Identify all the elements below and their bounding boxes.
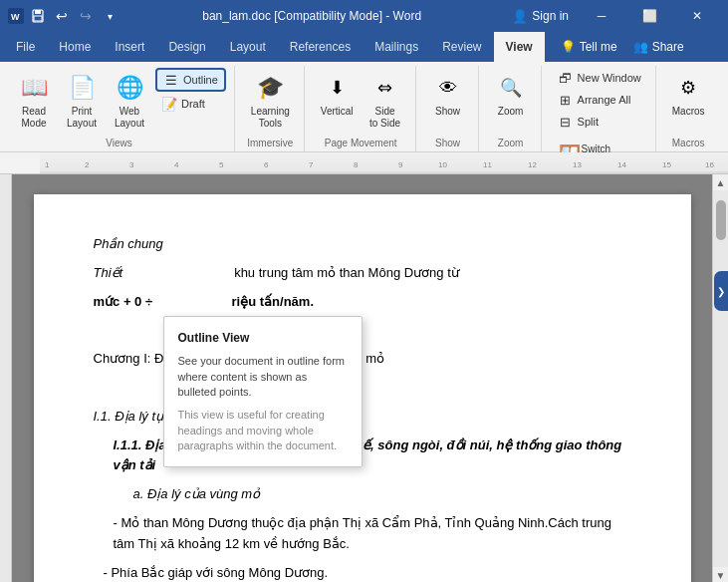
new-window-icon: 🗗 xyxy=(558,70,574,86)
vertical-icon: ⬇ xyxy=(321,72,353,104)
undo-button[interactable]: ↩ xyxy=(52,6,72,26)
outline-popup-desc2: This view is useful for creating heading… xyxy=(178,408,348,453)
macros-button[interactable]: ⚙ Macros xyxy=(666,68,711,122)
outline-popup-desc: See your document in outline form where … xyxy=(178,354,348,400)
show-button[interactable]: 👁 Show xyxy=(426,68,470,122)
svg-text:10: 10 xyxy=(438,160,447,169)
share-button[interactable]: 👥 Share xyxy=(625,32,692,62)
page-movement-group: ⬇ Vertical ⇔ Sideto Side Page Movement xyxy=(307,66,416,151)
show-icon: 👁 xyxy=(432,72,464,104)
tab-view[interactable]: View xyxy=(494,32,545,62)
quick-access-more-button[interactable]: ▾ xyxy=(100,6,120,26)
svg-text:9: 9 xyxy=(398,160,403,169)
sign-in-button[interactable]: 👤 Sign in xyxy=(504,5,577,28)
split-icon: ⊟ xyxy=(558,114,574,130)
svg-text:5: 5 xyxy=(219,160,224,169)
scrollbar[interactable]: ▲ ▼ ❯ xyxy=(712,174,728,582)
zoom-group: 🔍 Zoom Zoom xyxy=(481,66,542,151)
outline-draft-group: ☰ Outline 📝 Draft xyxy=(155,68,226,114)
tab-layout[interactable]: Layout xyxy=(218,32,278,62)
outline-popup-title: Outline View xyxy=(178,329,348,348)
window-group: 🗗 New Window ⊞ Arrange All ⊟ Split xyxy=(544,66,656,151)
title-bar-right-controls: 👤 Sign in ─ ⬜ ✕ xyxy=(504,0,720,32)
show-buttons: 👁 Show xyxy=(426,68,470,136)
zoom-button[interactable]: 🔍 Zoom xyxy=(489,68,533,122)
restore-button[interactable]: ⬜ xyxy=(626,0,672,32)
macros-icon: ⚙ xyxy=(672,72,704,104)
split-button[interactable]: ⊟ Split xyxy=(552,112,605,132)
outline-popup: Outline View See your document in outlin… xyxy=(163,316,363,467)
sign-in-label: Sign in xyxy=(532,9,569,23)
web-layout-button[interactable]: 🌐 WebLayout xyxy=(108,68,151,134)
ribbon-content: 📖 ReadMode 📄 PrintLayout 🌐 WebLayout ☰ O… xyxy=(0,62,728,151)
doc-line-9: - Phía Bắc giáp với sông Mông Dương. xyxy=(104,563,631,582)
tab-design[interactable]: Design xyxy=(156,32,217,62)
doc-line-3: mức + 0 ÷ riệu tấn/năm. xyxy=(94,292,631,313)
svg-text:4: 4 xyxy=(174,160,179,169)
save-button[interactable] xyxy=(28,6,48,26)
title-bar-left-controls: W ↩ ↪ ▾ xyxy=(8,6,120,26)
zoom-group-label: Zoom xyxy=(498,136,524,151)
tell-me-button[interactable]: 💡 Tell me xyxy=(553,32,625,62)
learning-tools-icon: 🎓 xyxy=(254,72,286,104)
views-group-label: Views xyxy=(106,136,132,151)
ribbon: File Home Insert Design Layout Reference… xyxy=(0,32,728,152)
scroll-track[interactable] xyxy=(713,190,728,567)
doc-line-8: - Mỏ than Mông Dương thuộc địa phận Thị … xyxy=(114,513,631,555)
tab-insert[interactable]: Insert xyxy=(103,32,156,62)
close-button[interactable]: ✕ xyxy=(674,0,720,32)
svg-text:14: 14 xyxy=(617,160,626,169)
svg-rect-4 xyxy=(34,16,42,21)
document-title: ban_lam.doc [Compatibility Mode] - Word xyxy=(125,9,498,23)
tab-review[interactable]: Review xyxy=(430,32,493,62)
learning-tools-button[interactable]: 🎓 LearningTools xyxy=(245,68,296,134)
print-layout-button[interactable]: 📄 PrintLayout xyxy=(60,68,104,134)
svg-text:12: 12 xyxy=(528,160,537,169)
print-layout-icon: 📄 xyxy=(66,72,98,104)
sidebar-collapse-button[interactable]: ❯ xyxy=(714,271,728,311)
word-app-icon: W xyxy=(8,8,24,24)
svg-text:2: 2 xyxy=(85,160,90,169)
outline-button[interactable]: ☰ Outline xyxy=(155,68,226,92)
arrange-all-icon: ⊞ xyxy=(558,92,574,108)
tab-mailings[interactable]: Mailings xyxy=(363,32,430,62)
tab-references[interactable]: References xyxy=(278,32,363,62)
zoom-icon: 🔍 xyxy=(495,72,527,104)
immersive-buttons: 🎓 LearningTools xyxy=(245,68,296,136)
ruler: 1 2 3 4 5 6 7 8 9 10 11 12 13 14 15 16 xyxy=(0,152,728,174)
svg-rect-3 xyxy=(35,10,41,14)
views-group: 📖 ReadMode 📄 PrintLayout 🌐 WebLayout ☰ O… xyxy=(4,66,235,151)
svg-text:15: 15 xyxy=(662,160,671,169)
redo-button[interactable]: ↪ xyxy=(76,6,96,26)
ruler-bar: 1 2 3 4 5 6 7 8 9 10 11 12 13 14 15 16 xyxy=(40,152,728,173)
svg-text:3: 3 xyxy=(129,160,134,169)
vertical-button[interactable]: ⬇ Vertical xyxy=(315,68,360,122)
draft-button[interactable]: 📝 Draft xyxy=(155,94,226,114)
scroll-down-arrow[interactable]: ▼ xyxy=(713,567,729,582)
svg-text:16: 16 xyxy=(705,160,714,169)
doc-line-1: Phần chung xyxy=(94,234,631,255)
svg-text:11: 11 xyxy=(483,160,492,169)
read-mode-button[interactable]: 📖 ReadMode xyxy=(12,68,56,134)
svg-text:6: 6 xyxy=(264,160,269,169)
side-to-side-icon: ⇔ xyxy=(369,72,401,104)
document-main[interactable]: Phần chung Thiết khu trung tâm mỏ than M… xyxy=(12,174,712,582)
side-to-side-button[interactable]: ⇔ Sideto Side xyxy=(364,68,407,134)
arrange-all-button[interactable]: ⊞ Arrange All xyxy=(552,90,637,110)
minimize-button[interactable]: ─ xyxy=(579,0,624,32)
tab-file[interactable]: File xyxy=(4,32,47,62)
ribbon-tab-bar: File Home Insert Design Layout Reference… xyxy=(0,32,728,62)
tab-home[interactable]: Home xyxy=(47,32,103,62)
scroll-thumb[interactable] xyxy=(716,200,726,240)
macros-group: ⚙ Macros Macros xyxy=(658,66,719,151)
doc-line-7: a. Địa lý của vùng mỏ xyxy=(133,484,631,505)
new-window-button[interactable]: 🗗 New Window xyxy=(552,68,647,88)
views-buttons: 📖 ReadMode 📄 PrintLayout 🌐 WebLayout ☰ O… xyxy=(12,68,226,136)
macros-buttons: ⚙ Macros xyxy=(666,68,711,136)
outline-icon: ☰ xyxy=(163,72,179,88)
doc-line-2: Thiết khu trung tâm mỏ than Mông Dương t… xyxy=(94,263,631,284)
svg-text:8: 8 xyxy=(354,160,359,169)
svg-text:7: 7 xyxy=(309,160,314,169)
document-area: Phần chung Thiết khu trung tâm mỏ than M… xyxy=(0,174,728,582)
scroll-up-arrow[interactable]: ▲ xyxy=(713,174,729,190)
